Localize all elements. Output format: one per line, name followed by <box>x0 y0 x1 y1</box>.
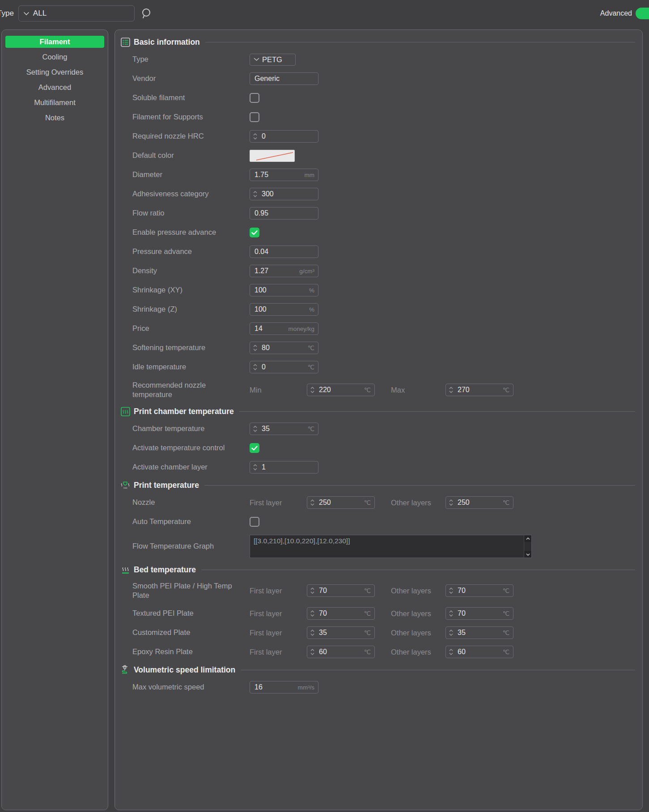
sidebar-item-notes[interactable]: Notes <box>5 112 104 124</box>
diameter-input[interactable]: 1.75 mm <box>250 169 318 181</box>
filament-for-supports-checkbox[interactable] <box>250 112 259 122</box>
setting-label: Idle temperature <box>132 362 250 372</box>
idle-temperature-input[interactable]: 0 ℃ <box>250 361 318 373</box>
flow-temperature-graph-textarea[interactable]: [[3.0,210],[10.0,220],[12.0,230]] <box>250 535 532 558</box>
epoxy-resin-other-layers-input[interactable]: 60 ℃ <box>445 646 513 658</box>
setting-row-nozzle: Nozzle First layer 250 ℃ Other layers 25… <box>132 496 635 509</box>
spinner-arrows-icon[interactable] <box>446 648 456 656</box>
setting-label: Activate chamber layer <box>132 462 250 472</box>
filament-type-dropdown[interactable]: PETG <box>250 54 296 66</box>
adhesiveness-category-input[interactable]: 300 <box>250 188 318 200</box>
nozzle-other-layers-input[interactable]: 250 ℃ <box>445 496 513 509</box>
shrinkage-z-input[interactable]: 100 % <box>250 303 318 316</box>
sidebar-item-setting-overrides[interactable]: Setting Overrides <box>5 66 104 78</box>
other-layers-label: Other layers <box>391 629 445 637</box>
input-value: 1.27 <box>250 267 268 275</box>
input-unit: % <box>309 306 314 313</box>
first-layer-label: First layer <box>250 648 307 656</box>
sidebar-item-filament[interactable]: Filament <box>5 36 104 48</box>
input-unit: ℃ <box>364 610 371 617</box>
scrollbar[interactable] <box>524 535 531 558</box>
input-value: 0.04 <box>250 248 268 256</box>
max-volumetric-speed-input[interactable]: 16 mm³/s <box>250 681 318 694</box>
sidebar-item-multifilament[interactable]: Multifilament <box>5 97 104 109</box>
density-input[interactable]: 1.27 g/cm³ <box>250 265 318 277</box>
input-value: 1 <box>260 463 266 471</box>
flow-ratio-input[interactable]: 0.95 <box>250 207 318 220</box>
other-layers-label: Other layers <box>391 499 445 507</box>
setting-row-density: Density 1.27 g/cm³ <box>132 265 635 277</box>
advanced-toggle[interactable] <box>636 8 649 19</box>
spinner-arrows-icon[interactable] <box>307 587 317 595</box>
spinner-arrows-icon[interactable] <box>307 648 317 656</box>
spinner-arrows-icon[interactable] <box>446 499 456 507</box>
auto-temperature-checkbox[interactable] <box>250 517 259 527</box>
spinner-arrows-icon[interactable] <box>250 344 260 352</box>
smooth-pei-other-layers-input[interactable]: 70 ℃ <box>445 584 513 597</box>
activate-temperature-control-checkbox[interactable] <box>250 443 259 453</box>
type-filter-dropdown[interactable]: ALL <box>18 5 135 21</box>
setting-row-textured-pei-plate: Textured PEI Plate First layer 70 ℃ Othe… <box>132 607 635 620</box>
vendor-input[interactable]: Generic <box>250 72 318 85</box>
setting-label: Filament for Supports <box>132 112 250 122</box>
first-layer-label: First layer <box>250 587 307 595</box>
spinner-arrows-icon[interactable] <box>446 629 456 637</box>
spinner-arrows-icon[interactable] <box>250 463 260 471</box>
setting-row-required-nozzle-hrc: Required nozzle HRC 0 <box>132 130 635 143</box>
extruder-filament-icon <box>120 665 130 675</box>
filament-settings-panel: Basic information Type PETG Vendor Gener… <box>115 30 643 810</box>
spinner-arrows-icon[interactable] <box>250 190 260 198</box>
search-icon[interactable] <box>141 8 152 19</box>
sidebar-item-advanced[interactable]: Advanced <box>5 81 104 93</box>
default-color-swatch[interactable] <box>250 150 295 162</box>
textured-pei-other-layers-input[interactable]: 70 ℃ <box>445 607 513 620</box>
other-layers-label: Other layers <box>391 587 445 595</box>
input-unit: % <box>309 287 314 294</box>
scroll-up-icon[interactable] <box>524 535 532 542</box>
input-value: 14 <box>250 325 263 333</box>
input-unit: mm <box>305 172 315 178</box>
nozzle-temp-max-input[interactable]: 270 ℃ <box>445 384 513 396</box>
divider <box>201 570 635 570</box>
spinner-arrows-icon[interactable] <box>250 132 260 140</box>
setting-label: Required nozzle HRC <box>132 131 250 141</box>
spinner-arrows-icon[interactable] <box>446 609 456 617</box>
enable-pressure-advance-checkbox[interactable] <box>250 228 259 237</box>
spinner-arrows-icon[interactable] <box>446 587 456 595</box>
nozzle-temp-min-input[interactable]: 220 ℃ <box>307 384 375 396</box>
spinner-arrows-icon[interactable] <box>307 609 317 617</box>
textured-pei-first-layer-input[interactable]: 70 ℃ <box>307 607 375 620</box>
activate-chamber-layer-input[interactable]: 1 <box>250 461 318 474</box>
customized-plate-other-layers-input[interactable]: 35 ℃ <box>445 626 513 639</box>
price-input[interactable]: 14 money/kg <box>250 322 318 335</box>
softening-temperature-input[interactable]: 80 ℃ <box>250 342 318 354</box>
setting-row-vendor: Vendor Generic <box>132 72 635 85</box>
spinner-arrows-icon[interactable] <box>446 386 456 394</box>
max-label: Max <box>391 386 445 394</box>
spinner-arrows-icon[interactable] <box>250 425 260 433</box>
shrinkage-xy-input[interactable]: 100 % <box>250 284 318 296</box>
required-nozzle-hrc-input[interactable]: 0 <box>250 130 318 143</box>
scroll-down-icon[interactable] <box>524 551 532 558</box>
input-value: 35 <box>456 629 466 637</box>
spinner-arrows-icon[interactable] <box>307 629 317 637</box>
setting-row-price: Price 14 money/kg <box>132 322 635 335</box>
sidebar-item-cooling[interactable]: Cooling <box>5 51 104 63</box>
setting-row-activate-temperature-control: Activate temperature control <box>132 442 635 454</box>
chamber-temperature-input[interactable]: 35 ℃ <box>250 423 318 435</box>
section-header-volumetric-speed-limitation: Volumetric speed limitation <box>120 665 635 675</box>
epoxy-resin-first-layer-input[interactable]: 60 ℃ <box>307 646 375 658</box>
smooth-pei-first-layer-input[interactable]: 70 ℃ <box>307 584 375 597</box>
customized-plate-first-layer-input[interactable]: 35 ℃ <box>307 626 375 639</box>
spinner-arrows-icon[interactable] <box>250 363 260 371</box>
section-title: Bed temperature <box>134 565 196 575</box>
nozzle-first-layer-input[interactable]: 250 ℃ <box>307 496 375 509</box>
pressure-advance-input[interactable]: 0.04 <box>250 245 318 258</box>
setting-row-recommended-nozzle-temperature: Recommended nozzle temperature Min 220 ℃… <box>132 380 635 400</box>
soluble-filament-checkbox[interactable] <box>250 93 259 103</box>
nozzle-heat-icon <box>120 480 130 490</box>
section-title: Volumetric speed limitation <box>134 665 235 675</box>
spinner-arrows-icon[interactable] <box>307 499 317 507</box>
spinner-arrows-icon[interactable] <box>307 386 317 394</box>
input-value: 60 <box>317 648 327 656</box>
